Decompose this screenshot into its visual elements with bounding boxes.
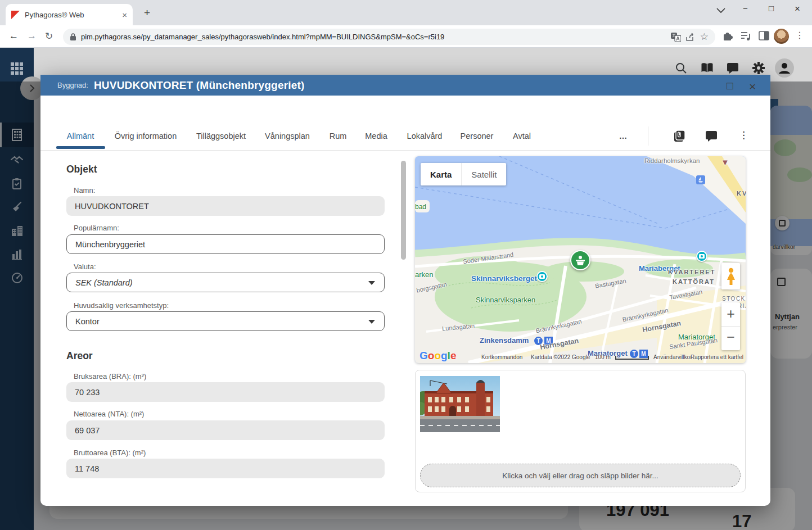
google-map[interactable]: Riddarholmskyrkan ▼ KV bad Söder Mälarst… xyxy=(415,156,746,363)
map-button-karta[interactable]: Karta xyxy=(421,163,461,185)
map-boat-icon xyxy=(696,175,705,184)
photo-pin-icon xyxy=(536,271,548,282)
bra-label: Bruksarea (BRA): (m²) xyxy=(74,372,146,380)
map-type-switcher: Karta Satellit xyxy=(421,163,506,185)
dialog-title: HUVUDKONTORET (Münchenbryggeriet) xyxy=(94,79,305,92)
tab-vaningsplan[interactable]: Våningsplan xyxy=(265,132,310,141)
bta-input: 11 748 xyxy=(66,459,385,478)
tab-ovrig-information[interactable]: Övrig information xyxy=(115,132,177,141)
map-report-link[interactable]: Rapportera ett kartfel xyxy=(691,354,743,360)
nta-label: Nettoarea (NTA): (m²) xyxy=(74,410,144,418)
window-maximize-button[interactable]: □ xyxy=(769,3,774,13)
window-close-button[interactable]: × xyxy=(795,3,800,15)
lock-icon xyxy=(70,33,76,41)
map-zoom-control: + − xyxy=(721,302,740,350)
forward-button[interactable]: → xyxy=(27,30,37,42)
popularnamn-input[interactable]: Münchenbryggeriet xyxy=(66,234,385,254)
window-minimize-button[interactable]: − xyxy=(743,3,748,13)
tab-media[interactable]: Media xyxy=(365,132,387,141)
tab-allmant[interactable]: Allmänt xyxy=(67,132,94,141)
tabbar-divider xyxy=(648,126,648,146)
map-button-satellit[interactable]: Satellit xyxy=(462,163,506,185)
nta-input: 69 037 xyxy=(66,420,385,440)
browser-menu-icon[interactable]: ⋮ xyxy=(795,30,804,40)
valuta-select[interactable]: SEK (Standard) xyxy=(66,273,385,292)
browser-profile-avatar[interactable] xyxy=(774,29,789,44)
new-tab-button[interactable]: + xyxy=(144,7,150,19)
images-panel: Klicka och välj eller drag och släpp bil… xyxy=(415,370,746,492)
translate-icon[interactable] xyxy=(671,33,681,42)
map-label-arken: arken xyxy=(415,270,434,279)
playlist-icon[interactable] xyxy=(741,31,752,41)
zoom-in-button[interactable]: + xyxy=(721,302,740,326)
comments-icon[interactable] xyxy=(705,130,718,142)
map-label-riddarholmskyrkan: Riddarholmskyrkan xyxy=(644,157,700,164)
map-scale-bar xyxy=(615,356,649,360)
building-photo xyxy=(420,376,500,432)
window-chevron-icon[interactable] xyxy=(716,8,725,13)
map-label-stockholm: STOCKHOLM xyxy=(722,296,746,302)
browser-tabstrip: Pythagoras® Web × + − □ × xyxy=(0,0,812,25)
tab-lokalvard[interactable]: Lokalvård xyxy=(407,132,443,141)
namn-label: Namn: xyxy=(74,186,95,194)
active-tab-underline xyxy=(56,146,105,149)
zoom-out-button[interactable]: − xyxy=(721,326,740,350)
back-button[interactable]: ← xyxy=(9,30,19,42)
valuta-value: SEK (Standard) xyxy=(75,278,133,287)
url-bar[interactable]: pim.pythagoras.se/py_datamanager_sales/p… xyxy=(63,29,715,45)
section-areor: Areor xyxy=(66,350,93,362)
building-dialog: □ × Byggnad: HUVUDKONTORET (Münchenbrygg… xyxy=(40,75,770,506)
verksamhetstyp-select[interactable]: Kontor xyxy=(66,311,385,331)
office-marker-icon xyxy=(574,255,587,266)
tab-rum[interactable]: Rum xyxy=(330,132,347,141)
map-label-kv: KV xyxy=(737,190,746,197)
dialog-header: Byggnad: HUVUDKONTORET (Münchenbryggerie… xyxy=(40,75,770,96)
map-label-skinnarviksparken: Skinnarviksparken xyxy=(476,296,535,304)
pegman-control[interactable] xyxy=(721,263,740,289)
bra-input: 70 233 xyxy=(66,382,385,402)
map-label-bad: bad xyxy=(415,203,426,211)
url-text: pim.pythagoras.se/py_datamanager_sales/p… xyxy=(81,33,666,41)
map-label-zinkensdamm: Zinkensdamm xyxy=(480,336,529,345)
valuta-label: Valuta: xyxy=(74,262,96,271)
verksamhetstyp-label: Huvudsaklig verksamhetstyp: xyxy=(74,301,169,310)
map-label-kvarteret: KVARTERET xyxy=(668,269,715,275)
popularnamn-label: Populärnamn: xyxy=(74,224,119,232)
dialog-kebab-icon[interactable]: ⋮ xyxy=(739,129,748,141)
photo-pin-icon xyxy=(696,251,707,262)
tab-tillaggsobjekt[interactable]: Tilläggsobjekt xyxy=(196,132,246,141)
form-scrollbar[interactable] xyxy=(401,161,406,260)
section-objekt: Objekt xyxy=(66,164,97,175)
image-dropzone[interactable]: Klicka och välj eller drag och släpp bil… xyxy=(420,464,741,487)
map-pin-icon: ▼ xyxy=(721,157,729,167)
pythagoras-favicon xyxy=(11,11,20,19)
extensions-puzzle-icon[interactable] xyxy=(722,30,733,42)
side-panel-icon[interactable] xyxy=(759,31,769,40)
map-scale-label: 100 m xyxy=(595,354,611,360)
verksamhetstyp-value: Kontor xyxy=(75,317,100,326)
tab-personer[interactable]: Personer xyxy=(461,132,494,141)
map-shortcuts-link[interactable]: Kortkommandon xyxy=(481,354,522,360)
dialog-maximize-button[interactable]: □ xyxy=(727,80,733,92)
tab-title: Pythagoras® Web xyxy=(25,11,117,19)
share-icon[interactable] xyxy=(685,33,696,42)
building-location-marker[interactable] xyxy=(570,250,590,270)
map-label-skinnarviksberget: Skinnarviksberget xyxy=(471,274,537,283)
bta-label: Bruttoarea (BTA): (m²) xyxy=(74,449,146,457)
reload-button[interactable]: ↻ xyxy=(45,30,53,42)
map-terms-link[interactable]: Användarvillkor xyxy=(653,354,692,360)
tabs-overflow-button[interactable]: … xyxy=(619,132,628,141)
dropdown-caret-icon xyxy=(368,281,375,285)
browser-tab[interactable]: Pythagoras® Web × xyxy=(6,4,133,25)
dropdown-caret-icon xyxy=(368,320,375,324)
attachments-icon[interactable] xyxy=(673,129,686,143)
screen: + − darvillkor Nyttjan erprester 197 091… xyxy=(0,0,812,530)
object-type-label: Byggnad: xyxy=(57,81,88,89)
tab-avtal[interactable]: Avtal xyxy=(513,132,531,141)
dialog-tabbar: Allmänt Övrig information Tilläggsobjekt… xyxy=(40,120,770,151)
google-logo: Google xyxy=(419,350,456,362)
tab-close-icon[interactable]: × xyxy=(122,10,127,20)
dialog-close-button[interactable]: × xyxy=(749,80,756,93)
bookmark-star-icon[interactable]: ☆ xyxy=(700,31,709,43)
building-photo-thumbnail[interactable] xyxy=(420,376,500,432)
